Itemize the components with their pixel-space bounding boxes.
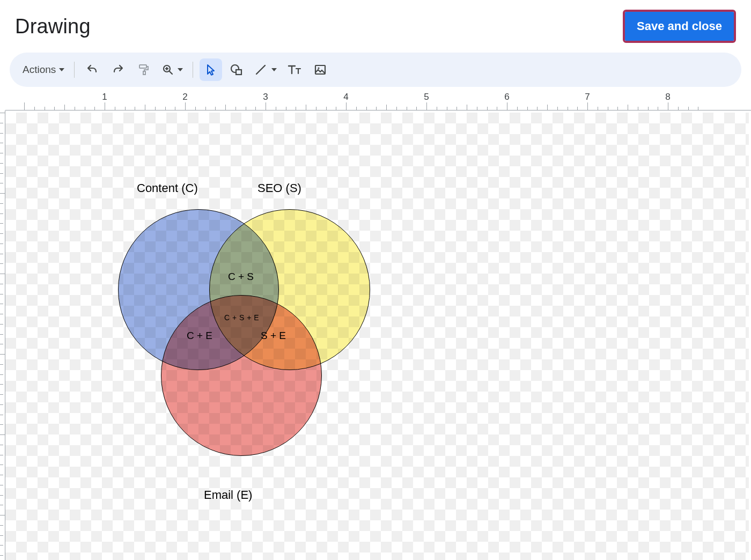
shape-icon bbox=[230, 63, 244, 76]
toolbar-separator bbox=[74, 62, 75, 78]
header-bar: Drawing Save and close bbox=[0, 0, 751, 53]
textbox-tool-button[interactable] bbox=[283, 58, 306, 81]
cursor-icon bbox=[204, 63, 217, 76]
ruler-h-label: 3 bbox=[263, 92, 268, 102]
ruler-h-label: 5 bbox=[424, 92, 429, 102]
line-icon bbox=[254, 63, 267, 76]
venn-set-label-content[interactable]: Content (C) bbox=[137, 181, 198, 195]
ruler-h-label: 8 bbox=[665, 92, 670, 102]
redo-button[interactable] bbox=[107, 58, 129, 81]
chevron-down-icon bbox=[271, 68, 277, 71]
zoom-icon bbox=[161, 63, 174, 76]
image-icon bbox=[314, 63, 327, 76]
svg-line-3 bbox=[170, 71, 172, 74]
venn-set-label-seo[interactable]: SEO (S) bbox=[257, 181, 301, 195]
toolbar-separator bbox=[193, 62, 193, 78]
venn-intersection-cs[interactable]: C + S bbox=[228, 271, 254, 283]
actions-label: Actions bbox=[23, 64, 56, 76]
paint-format-button[interactable] bbox=[132, 58, 155, 81]
svg-rect-0 bbox=[139, 65, 146, 68]
undo-button[interactable] bbox=[81, 58, 104, 81]
svg-line-8 bbox=[256, 65, 265, 74]
shape-tool-button[interactable] bbox=[225, 58, 248, 81]
drawing-canvas[interactable]: Content (C) SEO (S) Email (E) C + S C + … bbox=[5, 113, 749, 560]
ruler-vertical bbox=[0, 110, 5, 560]
ruler-h-label: 1 bbox=[102, 92, 107, 102]
page-title: Drawing bbox=[15, 15, 91, 38]
save-and-close-button[interactable]: Save and close bbox=[625, 12, 734, 41]
venn-set-label-email[interactable]: Email (E) bbox=[204, 488, 252, 502]
ruler-h-label: 6 bbox=[504, 92, 509, 102]
chevron-down-icon bbox=[178, 68, 183, 71]
ruler-h-label: 7 bbox=[585, 92, 590, 102]
paint-roller-icon bbox=[137, 63, 150, 76]
select-tool-button[interactable] bbox=[200, 58, 222, 81]
svg-point-10 bbox=[318, 67, 320, 69]
chevron-down-icon bbox=[59, 68, 64, 71]
line-tool-button[interactable] bbox=[251, 58, 280, 81]
undo-icon bbox=[86, 63, 99, 76]
ruler-h-label: 4 bbox=[343, 92, 348, 102]
save-highlight: Save and close bbox=[623, 10, 736, 43]
venn-intersection-ce[interactable]: C + E bbox=[187, 330, 212, 342]
ruler-h-label: 2 bbox=[182, 92, 187, 102]
venn-intersection-se[interactable]: S + E bbox=[261, 330, 286, 342]
toolbar: Actions bbox=[10, 53, 741, 87]
redo-icon bbox=[112, 63, 124, 76]
actions-menu[interactable]: Actions bbox=[19, 58, 68, 81]
svg-rect-1 bbox=[143, 71, 145, 75]
venn-intersection-cse[interactable]: C + S + E bbox=[224, 313, 259, 322]
ruler-horizontal: 12345678 bbox=[0, 90, 751, 110]
zoom-button[interactable] bbox=[158, 58, 186, 81]
text-icon bbox=[287, 63, 302, 76]
svg-rect-7 bbox=[236, 70, 241, 75]
image-tool-button[interactable] bbox=[309, 58, 332, 81]
